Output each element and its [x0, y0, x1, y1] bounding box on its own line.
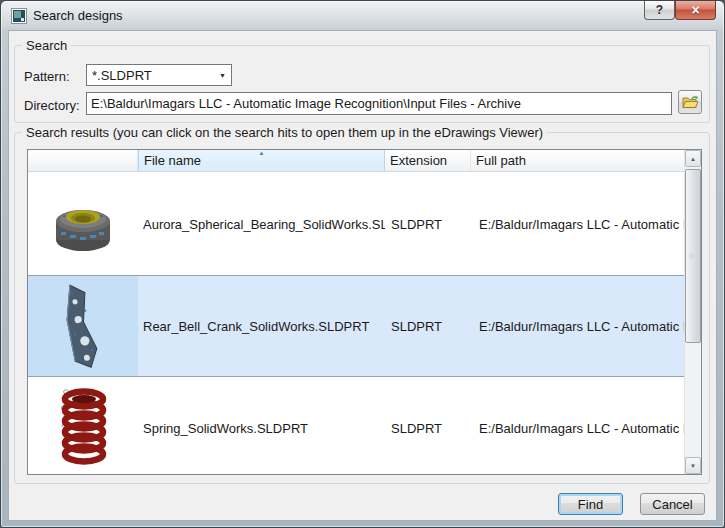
- cancel-button-label: Cancel: [652, 497, 692, 512]
- scroll-up-button[interactable]: ▲: [685, 150, 701, 167]
- column-header-full-path-label: Full path: [476, 153, 526, 168]
- scroll-down-button[interactable]: ▼: [685, 457, 701, 474]
- table-row[interactable]: Spring_SolidWorks.SLDPRT SLDPRT E:/Baldu…: [28, 377, 684, 475]
- search-group-label: Search: [22, 38, 71, 53]
- cancel-button[interactable]: Cancel: [640, 493, 705, 515]
- file-name: Aurora_Spherical_Bearing_SolidWorks.SLDP…: [143, 217, 385, 232]
- full-path: E:/Baldur/Imagars LLC - Automatic I...: [479, 319, 684, 334]
- pattern-label: Pattern:: [24, 69, 70, 84]
- column-header-thumbnail[interactable]: [28, 150, 138, 171]
- sort-ascending-icon: ▲: [259, 150, 265, 156]
- coil-spring-thumbnail-icon: [51, 384, 115, 472]
- results-group-label: Search results (you can click on the sea…: [22, 125, 547, 140]
- thumbnail-cell: [28, 173, 138, 275]
- extension: SLDPRT: [391, 319, 442, 334]
- column-header-full-path[interactable]: Full path: [471, 150, 684, 171]
- full-path: E:/Baldur/Imagars LLC - Automatic I...: [479, 217, 684, 232]
- file-name: Rear_Bell_Crank_SolidWorks.SLDPRT: [143, 319, 369, 334]
- table-header: ▲ File name Extension Full path: [28, 150, 684, 172]
- column-header-file-name[interactable]: ▲ File name: [138, 150, 385, 171]
- table-row[interactable]: Aurora_Spherical_Bearing_SolidWorks.SLDP…: [28, 173, 684, 275]
- find-button-label: Find: [578, 497, 603, 512]
- directory-label: Directory:: [24, 98, 80, 113]
- extension: SLDPRT: [391, 421, 442, 436]
- column-header-extension[interactable]: Extension: [385, 150, 471, 171]
- chevron-down-icon: ▼: [214, 72, 231, 79]
- directory-input[interactable]: [86, 92, 672, 115]
- open-folder-icon: [682, 95, 699, 110]
- close-icon: ×: [691, 2, 699, 18]
- full-path: E:/Baldur/Imagars LLC - Automatic I...: [479, 421, 684, 436]
- scrollbar-grip-icon: [689, 253, 697, 260]
- browse-directory-button[interactable]: [678, 90, 702, 114]
- search-designs-dialog: Search designs ? × Search Pattern: *.SLD…: [0, 0, 725, 528]
- app-icon: [11, 8, 27, 24]
- column-header-file-name-label: File name: [144, 153, 201, 168]
- scroll-down-icon: ▼: [690, 463, 696, 469]
- close-button[interactable]: ×: [675, 1, 716, 20]
- help-icon: ?: [656, 3, 663, 17]
- title-bar[interactable]: Search designs ? ×: [1, 1, 724, 30]
- vertical-scrollbar[interactable]: ▲ ▼: [684, 150, 701, 474]
- bell-crank-thumbnail-icon: [55, 280, 111, 372]
- table-body: Aurora_Spherical_Bearing_SolidWorks.SLDP…: [28, 173, 684, 474]
- thumbnail-cell: [28, 276, 138, 376]
- pattern-combobox[interactable]: *.SLDPRT ▼: [86, 64, 232, 86]
- find-button[interactable]: Find: [558, 493, 623, 515]
- search-results-table: ▲ File name Extension Full path: [27, 149, 702, 475]
- extension: SLDPRT: [391, 217, 442, 232]
- file-name: Spring_SolidWorks.SLDPRT: [143, 421, 308, 436]
- pattern-value: *.SLDPRT: [87, 68, 214, 83]
- scrollbar-thumb[interactable]: [685, 169, 701, 343]
- scroll-up-icon: ▲: [690, 156, 696, 162]
- dialog-content: Search Pattern: *.SLDPRT ▼ Directory: Se…: [8, 30, 717, 521]
- thumbnail-cell: [28, 377, 138, 475]
- column-header-extension-label: Extension: [390, 153, 447, 168]
- spherical-bearing-thumbnail-icon: [43, 193, 123, 255]
- table-row[interactable]: Rear_Bell_Crank_SolidWorks.SLDPRT SLDPRT…: [28, 275, 684, 377]
- help-button[interactable]: ?: [644, 1, 675, 20]
- window-title: Search designs: [33, 8, 123, 23]
